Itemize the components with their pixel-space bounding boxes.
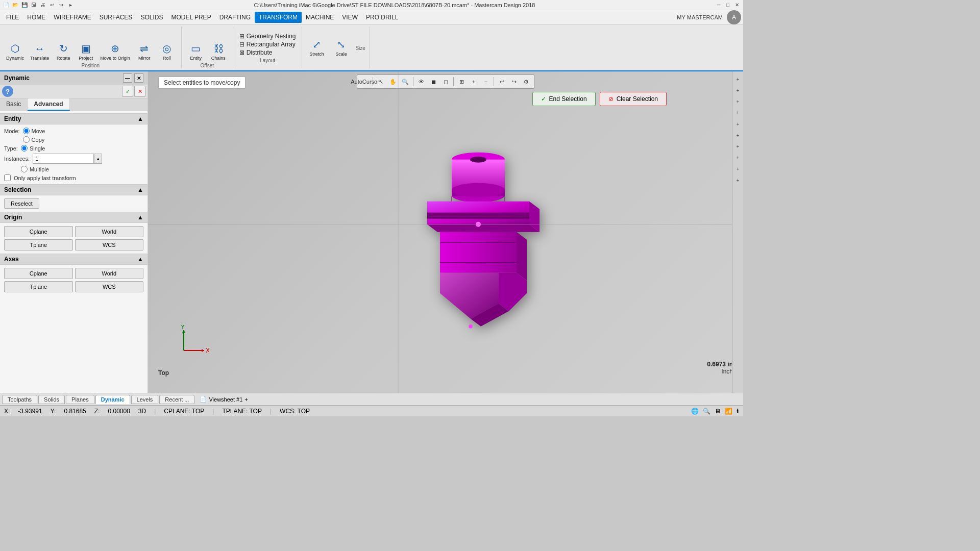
status-network-icon[interactable]: 📶 bbox=[725, 408, 732, 415]
axes-cplane-btn[interactable]: Cplane bbox=[4, 268, 73, 279]
ribbon-btn-entity[interactable]: ▭ Entity bbox=[186, 41, 206, 62]
axes-section-header[interactable]: Axes ▲ bbox=[0, 254, 148, 265]
status-cplane[interactable]: CPLANE: TOP bbox=[164, 408, 204, 415]
vp-autocursor-btn[interactable]: AutoCursor bbox=[359, 76, 371, 87]
only-apply-last-checkbox[interactable] bbox=[4, 174, 11, 181]
more-btn[interactable]: ▸ bbox=[66, 1, 75, 9]
instances-up-btn[interactable]: ▲ bbox=[94, 154, 102, 164]
entity-section-header[interactable]: Entity ▲ bbox=[0, 113, 148, 124]
ribbon-btn-translate[interactable]: ↔ Translate bbox=[28, 42, 51, 62]
panel-close-btn[interactable]: ✕ bbox=[134, 73, 143, 83]
vp-fit-btn[interactable]: ⊞ bbox=[456, 76, 467, 87]
type-single-radio[interactable] bbox=[21, 145, 28, 152]
cancel-btn[interactable]: ✕ bbox=[134, 86, 145, 97]
vp-right-btn-9[interactable]: + bbox=[733, 164, 743, 173]
vp-right-btn-7[interactable]: + bbox=[733, 142, 743, 151]
mode-move-option[interactable]: Move bbox=[23, 128, 45, 134]
ribbon-btn-project[interactable]: ▣ Project bbox=[76, 41, 96, 62]
print-btn[interactable]: 🖨 bbox=[39, 1, 47, 9]
my-mastercam-link[interactable]: MY MASTERCAM bbox=[673, 12, 727, 22]
bottom-tab-solids[interactable]: Solids bbox=[38, 395, 65, 404]
ribbon-btn-distribute[interactable]: ⊠ Distribute bbox=[237, 48, 298, 57]
vp-redo-view-btn[interactable]: ↪ bbox=[508, 76, 520, 87]
status-tplane[interactable]: TPLANE: TOP bbox=[222, 408, 262, 415]
axes-tplane-btn[interactable]: Tplane bbox=[4, 281, 73, 292]
tab-advanced[interactable]: Advanced bbox=[28, 98, 69, 111]
open-btn[interactable]: 📂 bbox=[11, 1, 19, 9]
close-btn[interactable]: ✕ bbox=[733, 1, 741, 9]
vp-right-btn-1[interactable]: + bbox=[733, 74, 743, 84]
menu-wireframe[interactable]: WIREFRAME bbox=[50, 12, 95, 23]
vp-zoomout-btn[interactable]: − bbox=[480, 76, 492, 87]
saveas-btn[interactable]: 🖫 bbox=[30, 1, 38, 9]
ribbon-btn-stretch[interactable]: ⤢ Stretch bbox=[306, 37, 327, 58]
bottom-tab-planes[interactable]: Planes bbox=[66, 395, 94, 404]
ribbon-btn-roll[interactable]: ◎ Roll bbox=[157, 41, 177, 62]
undo-btn[interactable]: ↩ bbox=[48, 1, 56, 9]
save-btn[interactable]: 💾 bbox=[20, 1, 29, 9]
vp-right-btn-4[interactable]: + bbox=[733, 108, 743, 117]
type-multiple-radio[interactable] bbox=[21, 166, 28, 172]
ok-btn[interactable]: ✓ bbox=[122, 86, 133, 97]
menu-transform[interactable]: TRANSFORM bbox=[255, 12, 302, 23]
ribbon-btn-geonesting[interactable]: ⊞ Geometry Nesting bbox=[237, 32, 298, 40]
user-avatar[interactable]: A bbox=[727, 10, 741, 24]
vp-right-btn-6[interactable]: + bbox=[733, 131, 743, 140]
status-screen-icon[interactable]: 🖥 bbox=[715, 408, 721, 415]
vp-pan-btn[interactable]: ✋ bbox=[387, 76, 399, 87]
viewsheet-label[interactable]: Viewsheet #1 bbox=[209, 396, 242, 403]
type-multiple-option[interactable]: Multiple bbox=[21, 166, 49, 172]
ribbon-btn-chains[interactable]: ⛓ Chains bbox=[208, 42, 229, 62]
status-globe-icon[interactable]: 🌐 bbox=[691, 408, 699, 415]
mode-copy-option[interactable]: Copy bbox=[23, 136, 45, 143]
vp-select-btn[interactable]: ↖ bbox=[375, 76, 386, 87]
origin-wcs-btn[interactable]: WCS bbox=[75, 239, 144, 251]
vp-right-btn-3[interactable]: + bbox=[733, 97, 743, 106]
vp-wire-btn[interactable]: ◻ bbox=[440, 76, 451, 87]
mode-move-radio[interactable] bbox=[23, 128, 30, 134]
redo-btn[interactable]: ↪ bbox=[57, 1, 65, 9]
menu-machine[interactable]: MACHINE bbox=[302, 12, 338, 23]
ribbon-btn-dynamic[interactable]: ⬡ Dynamic bbox=[4, 41, 26, 62]
bottom-tab-levels[interactable]: Levels bbox=[131, 395, 159, 404]
ribbon-btn-rotate[interactable]: ↻ Rotate bbox=[53, 41, 74, 62]
instances-input[interactable]: 1 bbox=[33, 154, 94, 164]
vp-right-btn-2[interactable]: + bbox=[733, 86, 743, 95]
bottom-tab-recent[interactable]: Recent ... bbox=[159, 395, 194, 404]
maximize-btn[interactable]: □ bbox=[724, 1, 732, 9]
ribbon-btn-rectarray[interactable]: ⊟ Rectangular Array bbox=[237, 40, 298, 48]
vp-right-btn-8[interactable]: + bbox=[733, 153, 743, 162]
menu-solids[interactable]: SOLIDS bbox=[136, 12, 167, 23]
vp-shading-btn[interactable]: ◼ bbox=[428, 76, 439, 87]
vp-undo-view-btn[interactable]: ↩ bbox=[496, 76, 507, 87]
panel-pin-btn[interactable]: — bbox=[123, 73, 132, 83]
reselect-button[interactable]: Reselect bbox=[4, 198, 39, 209]
status-wcs[interactable]: WCS: TOP bbox=[280, 408, 310, 415]
axes-world-btn[interactable]: World bbox=[75, 268, 144, 279]
vp-view-btn[interactable]: 👁 bbox=[415, 76, 427, 87]
bottom-tab-toolpaths[interactable]: Toolpaths bbox=[2, 395, 37, 404]
viewsheet-add-btn[interactable]: + bbox=[244, 396, 248, 403]
menu-modelprep[interactable]: MODEL PREP bbox=[167, 12, 215, 23]
vp-zoomin-btn[interactable]: + bbox=[468, 76, 479, 87]
tab-basic[interactable]: Basic bbox=[0, 98, 28, 111]
mode-copy-radio[interactable] bbox=[23, 136, 30, 143]
clear-selection-button[interactable]: ⊘ Clear Selection bbox=[600, 92, 667, 106]
selection-section-header[interactable]: Selection ▲ bbox=[0, 184, 148, 195]
status-zoom-icon[interactable]: 🔍 bbox=[703, 408, 710, 415]
end-selection-button[interactable]: ✓ End Selection bbox=[532, 92, 596, 106]
menu-drafting[interactable]: DRAFTING bbox=[215, 12, 255, 23]
menu-file[interactable]: FILE bbox=[2, 12, 23, 23]
menu-surfaces[interactable]: SURFACES bbox=[95, 12, 137, 23]
minimize-btn[interactable]: ─ bbox=[715, 1, 723, 9]
status-info-icon[interactable]: ℹ bbox=[737, 408, 739, 415]
ribbon-btn-scale[interactable]: ⤡ Scale bbox=[331, 37, 351, 58]
menu-prodrill[interactable]: PRO DRILL bbox=[362, 12, 402, 23]
origin-tplane-btn[interactable]: Tplane bbox=[4, 239, 73, 251]
vp-right-btn-5[interactable]: + bbox=[733, 119, 743, 129]
type-single-option[interactable]: Single bbox=[21, 145, 45, 152]
axes-wcs-btn[interactable]: WCS bbox=[75, 281, 144, 292]
vp-right-btn-10[interactable]: + bbox=[733, 176, 743, 185]
viewport[interactable]: AutoCursor ↖ ✋ 🔍 👁 ◼ ◻ ⊞ + − ↩ ↪ ⚙ Selec… bbox=[148, 71, 743, 393]
menu-home[interactable]: HOME bbox=[23, 12, 50, 23]
